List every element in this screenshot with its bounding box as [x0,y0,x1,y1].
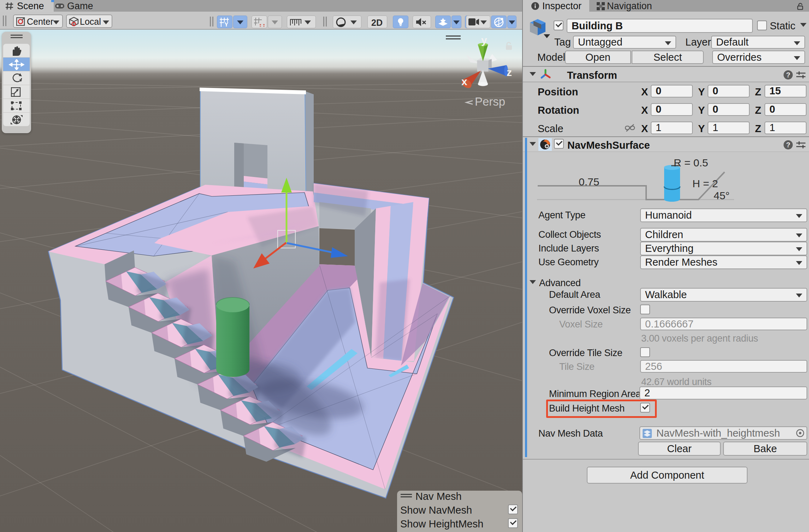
svg-text:x: x [461,76,467,87]
svg-text:y: y [481,34,487,46]
svg-text:?: ? [786,141,790,149]
svg-text:z: z [507,66,512,78]
svg-text:?: ? [786,71,790,79]
svg-text:Y: Y [224,21,229,27]
svg-text:Persp: Persp [475,95,505,108]
